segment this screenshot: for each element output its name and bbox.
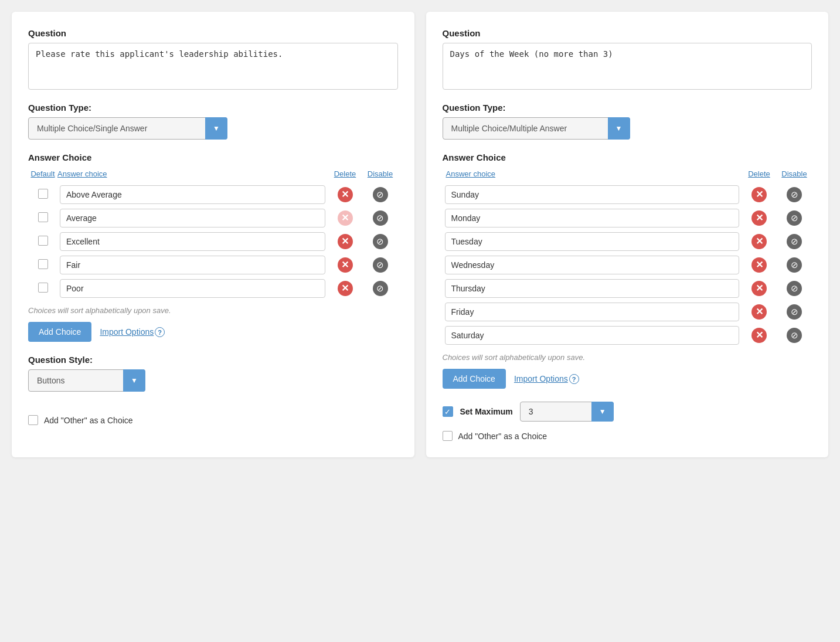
left-disable-button[interactable]: ⊘ [372,186,389,203]
left-add-choice-button[interactable]: Add Choice [28,322,91,342]
right-add-choice-button[interactable]: Add Choice [443,369,506,389]
right-disable-button[interactable]: ⊘ [786,304,802,320]
right-answer-input[interactable] [445,232,740,251]
left-delete-button[interactable]: ✕ [337,257,353,273]
right-answer-row: ✕⊘ [443,277,812,300]
right-col-answer-header: Answer choice [443,169,742,183]
left-answer-input[interactable] [60,279,325,298]
left-import-link[interactable]: Import Options [100,327,154,337]
right-answer-row: ✕⊘ [443,300,812,324]
left-add-other-label: Add "Other" as a Choice [44,416,133,425]
right-answer-input[interactable] [445,256,740,274]
left-answer-input[interactable] [60,232,325,251]
left-delete-button[interactable]: ✕ [337,280,353,297]
left-disable-button[interactable]: ⊘ [372,257,389,273]
right-question-label: Question [443,28,812,38]
left-answer-row: ✕⊘ [28,253,398,277]
left-delete-button[interactable]: ✕ [337,210,353,226]
right-answer-input[interactable] [445,326,740,345]
right-disable-button[interactable]: ⊘ [786,186,802,203]
right-set-max-select[interactable]: 3 [520,402,614,422]
right-answer-input[interactable] [445,303,740,321]
page-wrapper: Question Question Type: Multiple Choice/… [12,12,828,457]
left-default-checkbox[interactable] [38,189,48,199]
right-disable-button[interactable]: ⊘ [786,233,802,250]
right-disable-button[interactable]: ⊘ [786,210,802,226]
left-col-delete-header: Delete [328,169,363,183]
left-sort-note: Choices will sort alphabetically upon sa… [28,306,398,315]
right-set-max-row: ✓ Set Maximum 3 [443,402,812,422]
right-disable-button[interactable]: ⊘ [786,327,802,344]
right-panel: Question Question Type: Multiple Choice/… [426,12,829,457]
left-add-other-row: Add "Other" as a Choice [28,415,398,425]
left-question-style-select-wrapper: Buttons [28,369,145,392]
right-answer-row: ✕⊘ [443,324,812,347]
right-answer-row: ✕⊘ [443,230,812,253]
right-delete-button[interactable]: ✕ [751,280,767,297]
left-col-default-header: Default [28,169,57,183]
left-answer-choice-title: Answer Choice [28,152,398,162]
right-answer-input[interactable] [445,279,740,298]
left-answer-row: ✕⊘ [28,277,398,300]
right-add-other-label: Add "Other" as a Choice [458,432,547,441]
right-question-textarea[interactable] [443,43,812,90]
right-answer-row: ✕⊘ [443,183,812,206]
right-help-icon[interactable]: ? [569,374,579,384]
left-question-textarea[interactable] [28,43,398,90]
right-delete-button[interactable]: ✕ [751,210,767,226]
right-answer-row: ✕⊘ [443,253,812,277]
right-answer-choice-section: Answer Choice Answer choice Delete Disab… [443,152,812,347]
right-question-type-select[interactable]: Multiple Choice/Multiple Answer [443,117,630,140]
left-question-style-select[interactable]: Buttons [28,369,145,392]
left-question-type-label: Question Type: [28,103,398,113]
left-panel: Question Question Type: Multiple Choice/… [12,12,414,457]
right-set-max-label: Set Maximum [460,407,513,416]
right-answer-row: ✕⊘ [443,206,812,230]
left-col-disable-header: Disable [363,169,398,183]
left-default-checkbox[interactable] [38,259,48,269]
right-delete-button[interactable]: ✕ [751,186,767,203]
left-default-checkbox[interactable] [38,212,48,222]
left-answer-row: ✕⊘ [28,183,398,206]
left-disable-button[interactable]: ⊘ [372,210,389,226]
left-add-other-checkbox[interactable] [28,415,38,425]
right-set-max-checkbox[interactable]: ✓ [443,406,453,417]
left-disable-button[interactable]: ⊘ [372,233,389,250]
left-col-answer-header: Answer choice [57,169,328,183]
left-delete-button[interactable]: ✕ [337,233,353,250]
right-set-max-select-wrapper: 3 [520,402,614,422]
right-delete-button[interactable]: ✕ [751,233,767,250]
right-answer-choice-title: Answer Choice [443,152,812,162]
right-delete-button[interactable]: ✕ [751,304,767,320]
right-add-other-checkbox[interactable] [443,431,453,441]
left-answer-row: ✕⊘ [28,230,398,253]
right-question-type-label: Question Type: [443,103,812,113]
right-import-link[interactable]: Import Options [514,374,568,383]
left-question-label: Question [28,28,398,38]
left-default-checkbox[interactable] [38,283,48,293]
right-sort-note: Choices will sort alphabetically upon sa… [443,353,812,362]
left-answer-table: Default Answer choice Delete Disable ✕⊘✕… [28,169,398,300]
left-delete-button[interactable]: ✕ [337,186,353,203]
left-question-type-select[interactable]: Multiple Choice/Single Answer [28,117,227,140]
right-add-other-row: Add "Other" as a Choice [443,431,812,441]
right-col-disable-header: Disable [777,169,812,183]
right-answer-table: Answer choice Delete Disable ✕⊘✕⊘✕⊘✕⊘✕⊘✕… [443,169,812,347]
right-delete-button[interactable]: ✕ [751,327,767,344]
left-help-icon[interactable]: ? [155,327,165,337]
left-add-import-row: Add Choice Import Options? [28,322,398,342]
right-delete-button[interactable]: ✕ [751,257,767,273]
left-answer-input[interactable] [60,185,325,204]
left-question-type-select-wrapper: Multiple Choice/Single Answer [28,117,227,140]
left-disable-button[interactable]: ⊘ [372,280,389,297]
right-disable-button[interactable]: ⊘ [786,280,802,297]
right-answer-input[interactable] [445,209,740,227]
right-col-delete-header: Delete [742,169,777,183]
right-answer-input[interactable] [445,185,740,204]
left-answer-row: ✕⊘ [28,206,398,230]
left-answer-input[interactable] [60,209,325,227]
left-default-checkbox[interactable] [38,236,48,246]
left-answer-input[interactable] [60,256,325,274]
right-disable-button[interactable]: ⊘ [786,257,802,273]
right-add-import-row: Add Choice Import Options? [443,369,812,389]
